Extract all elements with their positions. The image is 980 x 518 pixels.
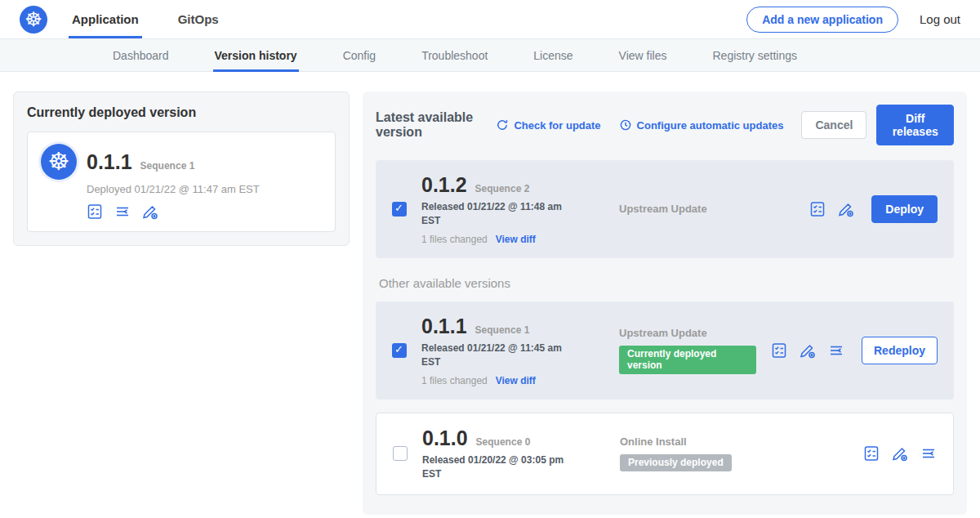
diff-releases-button[interactable]: Diff releases: [876, 105, 954, 145]
add-application-button[interactable]: Add a new application: [746, 7, 898, 33]
view-diff-link[interactable]: View diff: [496, 375, 536, 386]
latest-version-title: Latest available version: [376, 110, 483, 140]
deployed-sequence-label: Sequence 1: [140, 160, 195, 172]
sequence-label: Sequence 0: [476, 436, 531, 448]
edit-config-icon[interactable]: [838, 201, 854, 217]
view-diff-link[interactable]: View diff: [496, 234, 536, 245]
version-checkbox[interactable]: [392, 343, 407, 358]
subnav-tab-version-history[interactable]: Version history: [213, 39, 299, 71]
released-timestamp: Released 01/21/22 @ 11:45 am EST: [421, 342, 573, 370]
subnav-tab-view-files[interactable]: View files: [617, 39, 669, 71]
cancel-button[interactable]: Cancel: [801, 111, 866, 139]
files-changed-label: 1 files changed: [421, 375, 488, 386]
other-versions-title: Other available versions: [379, 276, 951, 290]
deployed-version-number: 0.1.1: [87, 150, 132, 174]
version-row: 0.1.0 Sequence 0 Released 01/20/22 @ 03:…: [376, 413, 954, 496]
preflight-checks-icon[interactable]: [771, 342, 787, 359]
deploy-logs-icon[interactable]: [920, 445, 937, 462]
version-number: 0.1.0: [422, 426, 468, 450]
edit-config-icon[interactable]: [142, 203, 158, 220]
released-timestamp: Released 01/21/22 @ 11:48 am EST: [421, 200, 573, 229]
subnav-tab-license[interactable]: License: [532, 39, 574, 71]
version-source-label: Upstream Update: [619, 203, 795, 215]
deployed-version-card: ☸ 0.1.1 Sequence 1 Deployed 01/21/22 @ 1…: [27, 132, 336, 232]
deploy-logs-icon[interactable]: [828, 342, 844, 359]
version-checkbox[interactable]: [393, 446, 408, 461]
previously-deployed-badge: Previously deployed: [620, 454, 732, 471]
preflight-checks-icon[interactable]: [809, 201, 826, 217]
currently-deployed-badge: Currently deployed version: [619, 346, 756, 374]
refresh-icon: [496, 118, 509, 132]
version-checkbox[interactable]: [392, 202, 407, 217]
version-history-panel: Latest available version Check for updat…: [363, 92, 967, 515]
version-source-label: Upstream Update: [619, 327, 756, 339]
app-subnav: Dashboard Version history Config Trouble…: [0, 39, 980, 72]
redeploy-button[interactable]: Redeploy: [862, 337, 938, 364]
tab-application[interactable]: Application: [69, 0, 142, 38]
main-content: Currently deployed version ☸ 0.1.1 Seque…: [0, 72, 980, 518]
clock-icon: [619, 118, 632, 132]
preflight-checks-icon[interactable]: [87, 203, 103, 220]
deploy-button[interactable]: Deploy: [871, 195, 938, 223]
edit-config-icon[interactable]: [800, 342, 816, 359]
subnav-tab-registry-settings[interactable]: Registry settings: [710, 39, 798, 71]
app-logo-icon: ☸: [41, 144, 77, 180]
files-changed-label: 1 files changed: [421, 234, 488, 245]
version-number: 0.1.2: [421, 173, 467, 197]
version-row: 0.1.2 Sequence 2 Released 01/21/22 @ 11:…: [376, 160, 954, 258]
deployed-timestamp: Deployed 01/21/22 @ 11:47 am EST: [87, 183, 322, 195]
currently-deployed-card: Currently deployed version ☸ 0.1.1 Seque…: [13, 92, 350, 246]
sequence-label: Sequence 2: [475, 183, 530, 194]
latest-version-header: Latest available version Check for updat…: [376, 105, 954, 145]
preflight-checks-icon[interactable]: [863, 445, 880, 462]
released-timestamp: Released 01/20/22 @ 03:05 pm EST: [422, 453, 574, 482]
edit-config-icon[interactable]: [892, 445, 908, 462]
top-navbar: ☸ Application GitOps Add a new applicati…: [0, 0, 980, 39]
kubernetes-logo-icon: ☸: [20, 6, 47, 33]
logout-link[interactable]: Log out: [920, 12, 960, 26]
version-number: 0.1.1: [421, 315, 467, 338]
sequence-label: Sequence 1: [475, 324, 530, 336]
currently-deployed-title: Currently deployed version: [27, 105, 336, 120]
subnav-tab-dashboard[interactable]: Dashboard: [111, 39, 171, 71]
tab-gitops[interactable]: GitOps: [175, 0, 222, 38]
subnav-tab-config[interactable]: Config: [341, 39, 377, 71]
subnav-tab-troubleshoot[interactable]: Troubleshoot: [420, 39, 489, 71]
configure-automatic-updates-link[interactable]: Configure automatic updates: [619, 118, 784, 132]
deploy-logs-icon[interactable]: [114, 203, 131, 220]
version-row: 0.1.1 Sequence 1 Released 01/21/22 @ 11:…: [376, 301, 954, 400]
check-for-update-link[interactable]: Check for update: [496, 118, 600, 132]
version-source-label: Online Install: [620, 435, 849, 448]
